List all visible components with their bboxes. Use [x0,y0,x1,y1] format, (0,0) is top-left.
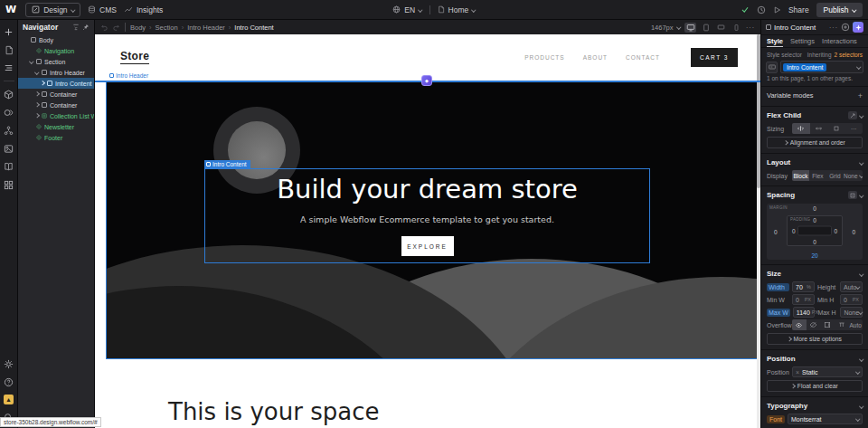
display-flex-option[interactable]: Flex [809,170,826,181]
overflow-scroll-icon[interactable] [820,319,835,330]
pin-panel-icon[interactable] [82,24,90,31]
min-width-input[interactable]: 0PX [792,294,815,305]
tree-item-body[interactable]: Body [18,34,94,45]
overflow-hidden-icon[interactable] [807,319,821,330]
intro-content-selection-tag[interactable]: Intro Content [204,160,250,168]
tree-item-container[interactable]: Container [18,100,94,110]
flex-none-icon[interactable] [827,123,845,134]
spacing-mode-icon[interactable] [848,191,857,199]
hero-subtitle[interactable]: A simple Webflow Ecommerce template to g… [300,214,554,224]
tree-item-navigation[interactable]: Navigation [18,45,94,56]
tree-item-intro-content[interactable]: Intro Content [18,78,94,89]
cart-button[interactable]: CART 3 [691,48,738,67]
class-pill[interactable]: Intro Content [783,63,826,71]
element-drag-handle[interactable]: ◆ [421,75,432,86]
width-label[interactable]: Width [767,283,789,291]
selectors-count[interactable]: 2 selectors [835,52,863,58]
margin-left-value[interactable]: 0 [774,229,778,235]
history-icon[interactable] [757,5,766,14]
cms-button[interactable]: CMS [88,5,117,14]
flex-more-icon[interactable]: ··· [845,123,863,134]
panel-more-icon[interactable]: ··· [829,24,838,31]
padding-top-value[interactable]: 0 [813,217,816,224]
upgrade-badge-icon[interactable]: ▲ [4,395,14,404]
navigator-icon[interactable] [4,62,14,73]
tab-interactions[interactable]: Interactions [822,35,857,47]
publish-button[interactable]: Publish [816,3,863,17]
intro-content-selection[interactable]: Intro Content Build your dream store A s… [204,168,650,263]
collapse-all-icon[interactable] [72,24,80,31]
float-clear-expander[interactable]: Float and clear [767,380,863,392]
breakpoint-mobile-portrait-icon[interactable] [731,23,742,33]
overflow-visible-icon[interactable] [792,319,807,330]
design-mode-button[interactable]: Design [25,3,80,17]
font-select[interactable]: Montserrat [788,414,863,424]
create-component-icon[interactable] [841,23,850,32]
padding-right-value[interactable]: 0 [834,228,837,234]
chevron-down-icon[interactable] [859,404,863,408]
breakpoint-desktop-icon[interactable] [684,23,696,33]
hero-section[interactable]: Intro Content Build your dream store A s… [106,81,758,359]
webflow-logo[interactable]: W [5,4,16,15]
components-icon[interactable] [4,89,14,100]
site-nav-link[interactable]: PRODUCTS [524,54,564,61]
position-select[interactable]: × Static [792,366,863,377]
alignment-order-expander[interactable]: Alignment and order [767,137,863,148]
breadcrumb-item[interactable]: Section [156,24,178,32]
class-selector-input[interactable]: Intro Content [780,61,863,73]
margin-top-value[interactable]: 0 [813,205,816,212]
flex-shrink-icon[interactable] [792,123,810,134]
max-height-input[interactable]: None [840,307,863,318]
min-height-input[interactable]: 0PX [840,294,863,305]
breadcrumb-item-current[interactable]: Intro Content [234,24,273,32]
tree-item-section[interactable]: Section [18,56,94,67]
overflow-clip-icon[interactable] [835,319,849,330]
tree-item-container[interactable]: Container [18,89,94,100]
max-width-label[interactable]: Max W [767,309,790,317]
margin-right-value[interactable]: 0 [852,229,855,235]
tree-item-footer[interactable]: Footer [18,132,94,143]
tree-item-intro-header[interactable]: Intro Header [18,67,94,78]
breadcrumb-item[interactable]: Body [130,24,146,32]
help-icon[interactable] [4,376,14,387]
variables-icon[interactable] [4,107,14,118]
undo-icon[interactable] [100,24,108,31]
apps-icon[interactable] [4,179,14,190]
display-none-option[interactable]: None [844,170,863,181]
flex-parent-indicator-icon[interactable] [848,111,857,119]
settings-gear-icon[interactable] [4,358,14,369]
pages-icon[interactable] [4,44,14,55]
breadcrumb-item[interactable]: Intro Header [187,24,225,32]
explore-button[interactable]: EXPLORE [401,236,454,256]
site-nav-link[interactable]: CONTACT [626,54,660,61]
width-input[interactable]: 70% [792,281,815,292]
overflow-auto-option[interactable]: Auto [848,319,863,330]
chevron-down-icon[interactable] [859,113,863,118]
intro-header-selection-tag[interactable]: Intro Header [109,72,148,79]
share-button[interactable]: Share [788,5,809,14]
display-block-option[interactable]: Block [792,170,809,181]
tree-item-collection-list[interactable]: Collection List Wra... [18,110,94,121]
add-element-icon[interactable] [4,26,14,37]
font-label[interactable]: Font [767,415,785,423]
breakpoint-mobile-landscape-icon[interactable] [715,23,727,33]
margin-bottom-value[interactable]: 20 [811,252,817,259]
locale-switcher[interactable]: EN [392,5,421,14]
display-grid-option[interactable]: Grid [826,170,844,181]
breakpoint-tablet-icon[interactable] [700,23,712,33]
max-width-input[interactable]: 1140PX [793,307,816,318]
tab-settings[interactable]: Settings [790,35,815,47]
design-canvas[interactable]: Store PRODUCTS ABOUT CONTACT CART 3 Intr… [95,34,760,428]
selector-type-icon[interactable] [766,62,778,73]
page-switcher[interactable]: Home [438,5,476,14]
chevron-down-icon[interactable] [859,193,863,197]
hero-heading[interactable]: Build your dream store [277,174,578,204]
tree-item-newsletter[interactable]: Newsletter [18,121,94,132]
chevron-down-icon[interactable] [859,271,863,276]
redo-icon[interactable] [112,24,120,31]
canvas-more-icon[interactable]: ··· [746,24,755,31]
chevron-down-icon[interactable] [859,357,863,361]
cms-collections-icon[interactable] [4,125,14,136]
preview-icon[interactable] [773,5,781,14]
assets-icon[interactable] [4,143,14,154]
